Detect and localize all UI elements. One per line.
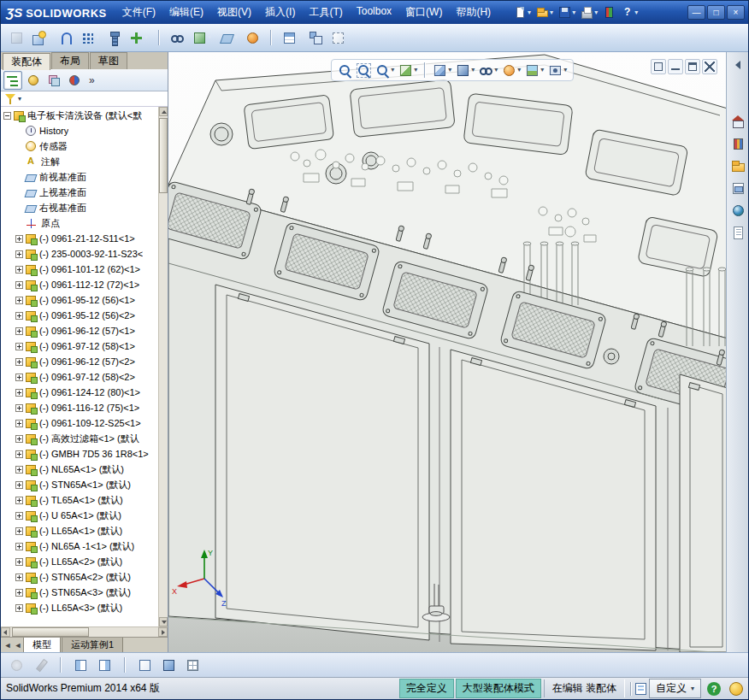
expander-icon[interactable] — [15, 374, 23, 381]
toolbar-button[interactable]: ▾ — [126, 28, 151, 48]
scroll-right-icon[interactable] — [158, 627, 168, 637]
panel-tab[interactable]: 装配体 — [3, 53, 50, 70]
menu-item[interactable]: 视图(V) — [210, 3, 258, 22]
menu-item[interactable]: 编辑(E) — [162, 3, 210, 22]
tree-item[interactable]: 右视基准面 — [3, 200, 157, 215]
tree-item[interactable]: (-) 0961-97-12 (58)<1> — [3, 338, 157, 354]
tree-item[interactable]: (-) NL65A<1> (默认) — [3, 462, 157, 477]
expander-icon[interactable] — [15, 543, 23, 550]
tree-item[interactable]: History — [3, 123, 157, 138]
tree-item[interactable]: (-) NL65A -1<1> (默认) — [3, 538, 157, 554]
menu-item[interactable]: Toolbox — [350, 3, 398, 22]
toolbar-button[interactable] — [6, 656, 27, 675]
expander-icon[interactable] — [15, 281, 23, 289]
view-tool-button[interactable]: ▾ — [397, 62, 419, 79]
filter-funnel-icon[interactable] — [4, 93, 17, 105]
toolbar-button[interactable]: ▾ — [279, 28, 304, 48]
toolbar-button[interactable] — [70, 656, 91, 675]
toolbar-button[interactable] — [601, 5, 617, 20]
toolbar-button[interactable] — [55, 28, 76, 48]
customize-dropdown[interactable]: 自定义 ▾ — [649, 679, 701, 698]
tree-vertical-scrollbar[interactable] — [158, 107, 168, 626]
task-pane-tab[interactable] — [728, 156, 747, 175]
expander-icon[interactable] — [15, 312, 23, 320]
tree-item[interactable]: (-) U 65A<1> (默认) — [3, 508, 157, 523]
tree-item[interactable]: (-) 0961-112-12 (72)<1> — [3, 277, 157, 292]
toolbar-button[interactable] — [182, 656, 203, 675]
tree-item[interactable]: (-) STN65A<2> (默认) — [3, 569, 157, 585]
panel-tab[interactable]: 布局 — [51, 52, 89, 69]
expander-icon[interactable] — [15, 497, 23, 504]
expander-icon[interactable] — [15, 466, 23, 474]
view-tool-button[interactable]: ▾ — [454, 62, 476, 79]
alert-icon[interactable] — [729, 682, 743, 696]
toolbar-button[interactable] — [6, 28, 27, 48]
panel-tab[interactable]: 草图 — [90, 52, 127, 69]
pane-close-icon[interactable] — [702, 59, 717, 74]
expander-icon[interactable] — [15, 589, 23, 597]
toolbar-button[interactable] — [305, 28, 327, 48]
expander-icon[interactable] — [15, 481, 23, 489]
toolbar-button[interactable] — [158, 656, 180, 675]
tree-item[interactable]: (-) 0961-96-12 (57)<1> — [3, 323, 157, 338]
expander-icon[interactable] — [15, 512, 23, 520]
expander-icon[interactable] — [3, 112, 11, 120]
tree-item[interactable]: (-) LL65A<1> (默认) — [3, 523, 157, 538]
tree-item[interactable]: (-) 0961-116-12 (75)<1> — [3, 400, 157, 415]
tree-item[interactable]: (-) 0961-109-12-S25<1> — [3, 415, 157, 431]
minimize-button[interactable]: — — [687, 5, 705, 20]
menu-item[interactable]: 窗口(W) — [398, 3, 449, 22]
tree-item[interactable]: (-) 0961-96-12 (57)<2> — [3, 354, 157, 369]
tree-item[interactable]: (-) 高效过滤箱<1> (默认 — [3, 431, 157, 446]
menu-item[interactable]: 帮助(H) — [449, 3, 498, 22]
tree-horizontal-scrollbar[interactable] — [1, 626, 168, 637]
tree-item[interactable]: 传感器 — [3, 138, 157, 154]
expander-icon[interactable] — [15, 574, 23, 581]
tree-item[interactable]: (-) 0961-21-12-S11<1> — [3, 231, 157, 246]
filter-caret-icon[interactable]: ▾ — [18, 96, 21, 103]
view-tool-button[interactable] — [355, 62, 373, 79]
expander-icon[interactable] — [15, 389, 23, 397]
expander-icon[interactable] — [15, 558, 23, 566]
tree-item[interactable]: (-) 235-0003-92-11-S23< — [3, 246, 157, 262]
view-tool-button[interactable]: ▾ — [546, 62, 569, 79]
scrollbar-thumb[interactable] — [159, 118, 168, 193]
toolbar-button[interactable] — [327, 28, 349, 48]
panel-tool-button[interactable] — [44, 71, 63, 90]
view-tool-button[interactable]: ▾ — [431, 62, 453, 79]
toolbar-button[interactable]: ▾ — [619, 5, 640, 20]
tree-item[interactable]: 电子板卡清洗设备 (默认<默 — [3, 108, 157, 123]
panel-tool-button[interactable] — [24, 71, 43, 90]
scroll-down-icon[interactable] — [159, 617, 168, 626]
model-tab[interactable]: 模型 — [23, 638, 61, 653]
tree-item[interactable]: (-) 0961-95-12 (56)<2> — [3, 308, 157, 323]
toolbar-button[interactable]: ▾ — [77, 28, 103, 48]
expander-icon[interactable] — [15, 250, 23, 258]
expander-icon[interactable] — [15, 404, 23, 412]
panel-overflow-button[interactable]: » — [89, 74, 95, 86]
toolbar-button[interactable] — [242, 28, 263, 48]
scrollbar-thumb[interactable] — [12, 627, 89, 637]
toolbar-button[interactable]: ▾ — [534, 5, 555, 20]
toolbar-button[interactable]: ▾ — [215, 28, 241, 48]
model-tab[interactable]: 运动算例1 — [62, 638, 123, 653]
toolbar-button[interactable]: ▾ — [28, 28, 54, 48]
expander-icon[interactable] — [15, 297, 23, 304]
expander-icon[interactable] — [15, 266, 23, 274]
tree-item[interactable]: (-) STN65A<3> (默认) — [3, 585, 157, 600]
tab-nav-left-icon[interactable]: ◄ — [3, 641, 13, 650]
tree-item[interactable]: (-) GMBH 7D5 36 1R8<1> — [3, 446, 157, 462]
maximize-button[interactable]: □ — [707, 5, 725, 20]
tree-item[interactable]: (-) 0961-124-12 (80)<1> — [3, 385, 157, 400]
tree-item[interactable]: (-) 0961-95-12 (56)<1> — [3, 292, 157, 308]
help-status-icon[interactable]: ? — [707, 682, 721, 696]
tree-item[interactable]: 上视基准面 — [3, 185, 157, 200]
tree-item[interactable]: (-) LL65A<3> (默认) — [3, 600, 157, 615]
taskpane-collapse-icon[interactable] — [728, 56, 747, 74]
close-button[interactable]: × — [727, 5, 745, 20]
expander-icon[interactable] — [15, 343, 23, 350]
view-tool-button[interactable]: ▾ — [523, 62, 546, 79]
toolbar-button[interactable] — [103, 28, 125, 48]
tree-item[interactable]: 原点 — [3, 215, 157, 231]
menu-item[interactable]: 工具(T) — [302, 3, 349, 22]
